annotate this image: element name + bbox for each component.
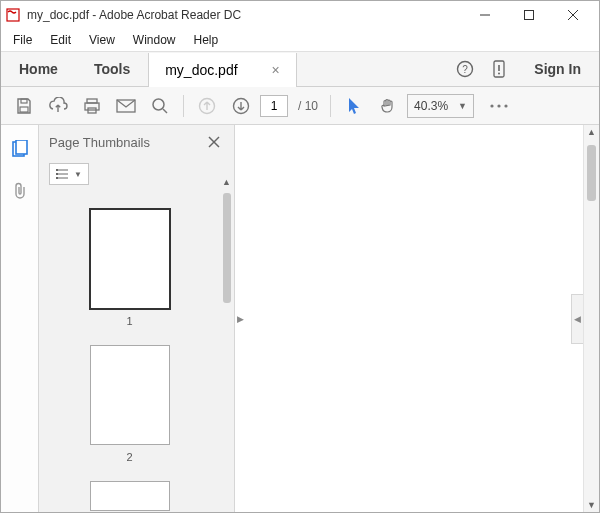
svg-point-16 xyxy=(153,99,164,110)
menubar: File Edit View Window Help xyxy=(1,29,599,51)
tabbar: Home Tools my_doc.pdf × ? Sign In xyxy=(1,51,599,87)
window-title: my_doc.pdf - Adobe Acrobat Reader DC xyxy=(27,8,241,22)
thumbnail-item[interactable]: 1 xyxy=(90,209,170,327)
svg-point-21 xyxy=(497,104,500,107)
thumbnail-page[interactable] xyxy=(90,345,170,445)
chevron-down-icon: ▼ xyxy=(458,101,467,111)
scroll-down-icon[interactable]: ▼ xyxy=(587,500,596,510)
tab-document[interactable]: my_doc.pdf × xyxy=(148,53,297,87)
thumbnail-page[interactable] xyxy=(90,481,170,511)
menu-file[interactable]: File xyxy=(5,31,40,49)
search-icon[interactable] xyxy=(145,91,175,121)
hand-tool-icon[interactable] xyxy=(373,91,403,121)
thumbnail-page[interactable] xyxy=(90,209,170,309)
email-icon[interactable] xyxy=(111,91,141,121)
scrollbar-thumb[interactable] xyxy=(223,193,231,303)
document-scrollbar[interactable]: ▲ ▼ xyxy=(583,125,599,512)
svg-text:?: ? xyxy=(463,64,469,75)
thumbnail-number: 1 xyxy=(126,315,132,327)
svg-rect-13 xyxy=(85,103,99,110)
tab-home[interactable]: Home xyxy=(1,52,76,86)
svg-rect-30 xyxy=(56,169,58,171)
svg-point-9 xyxy=(498,73,500,75)
save-icon[interactable] xyxy=(9,91,39,121)
cloud-upload-icon[interactable] xyxy=(43,91,73,121)
tab-tools[interactable]: Tools xyxy=(76,52,148,86)
tab-close-icon[interactable]: × xyxy=(266,60,286,80)
minimize-button[interactable] xyxy=(463,1,507,29)
thumbnails-title: Page Thumbnails xyxy=(49,135,150,150)
svg-rect-31 xyxy=(56,173,58,175)
toolbar: / 10 40.3% ▼ xyxy=(1,87,599,125)
chevron-left-icon: ◀ xyxy=(574,314,581,324)
menu-view[interactable]: View xyxy=(81,31,123,49)
chevron-down-icon: ▼ xyxy=(74,170,82,179)
nav-rail xyxy=(1,125,39,512)
page-total-label: / 10 xyxy=(298,99,318,113)
svg-point-22 xyxy=(504,104,507,107)
scroll-up-icon[interactable]: ▲ xyxy=(222,177,231,187)
svg-rect-2 xyxy=(525,11,534,20)
panel-collapse-handle[interactable]: ▶ xyxy=(235,125,245,512)
zoom-dropdown[interactable]: 40.3% ▼ xyxy=(407,94,474,118)
scrollbar-thumb[interactable] xyxy=(587,145,596,201)
thumbnail-number: 2 xyxy=(126,451,132,463)
toolbar-separator xyxy=(330,95,331,117)
print-icon[interactable] xyxy=(77,91,107,121)
thumbnail-item[interactable]: 2 xyxy=(90,345,170,463)
svg-point-20 xyxy=(490,104,493,107)
svg-rect-24 xyxy=(16,140,27,154)
close-button[interactable] xyxy=(551,1,595,29)
menu-edit[interactable]: Edit xyxy=(42,31,79,49)
zoom-value: 40.3% xyxy=(414,99,448,113)
page-up-icon[interactable] xyxy=(192,91,222,121)
thumbnails-scrollbar[interactable]: ▲ ▼ xyxy=(220,189,234,512)
thumbnails-options-button[interactable]: ▼ xyxy=(49,163,89,185)
page-down-icon[interactable] xyxy=(226,91,256,121)
help-icon[interactable]: ? xyxy=(448,52,482,86)
notification-icon[interactable] xyxy=(482,52,516,86)
titlebar: my_doc.pdf - Adobe Acrobat Reader DC xyxy=(1,1,599,29)
scroll-up-icon[interactable]: ▲ xyxy=(587,127,596,137)
attachments-rail-icon[interactable] xyxy=(6,177,34,205)
svg-rect-11 xyxy=(20,107,28,112)
svg-line-17 xyxy=(163,109,167,113)
selection-tool-icon[interactable] xyxy=(339,91,369,121)
thumbnails-list[interactable]: 1 2 xyxy=(39,189,220,512)
thumbnails-options: ▼ xyxy=(39,159,234,189)
page-number-input[interactable] xyxy=(260,95,288,117)
menu-help[interactable]: Help xyxy=(186,31,227,49)
thumbnails-close-icon[interactable] xyxy=(204,134,224,150)
thumbnail-item[interactable] xyxy=(90,481,170,511)
workspace: Page Thumbnails ▼ 1 2 xyxy=(1,125,599,512)
right-panel-expand-handle[interactable]: ◀ xyxy=(571,294,583,344)
app-icon xyxy=(5,7,21,23)
toolbar-separator xyxy=(183,95,184,117)
document-view[interactable]: ▲ ▼ ◀ xyxy=(245,125,599,512)
menu-window[interactable]: Window xyxy=(125,31,184,49)
tab-document-label: my_doc.pdf xyxy=(165,62,237,78)
chevron-right-icon: ▶ xyxy=(237,314,244,324)
svg-rect-10 xyxy=(21,99,27,103)
thumbnails-rail-icon[interactable] xyxy=(6,135,34,163)
thumbnails-header: Page Thumbnails xyxy=(39,125,234,159)
maximize-button[interactable] xyxy=(507,1,551,29)
sign-in-button[interactable]: Sign In xyxy=(516,52,599,86)
more-tools-icon[interactable] xyxy=(484,91,514,121)
svg-rect-32 xyxy=(56,177,58,179)
thumbnails-panel: Page Thumbnails ▼ 1 2 xyxy=(39,125,235,512)
